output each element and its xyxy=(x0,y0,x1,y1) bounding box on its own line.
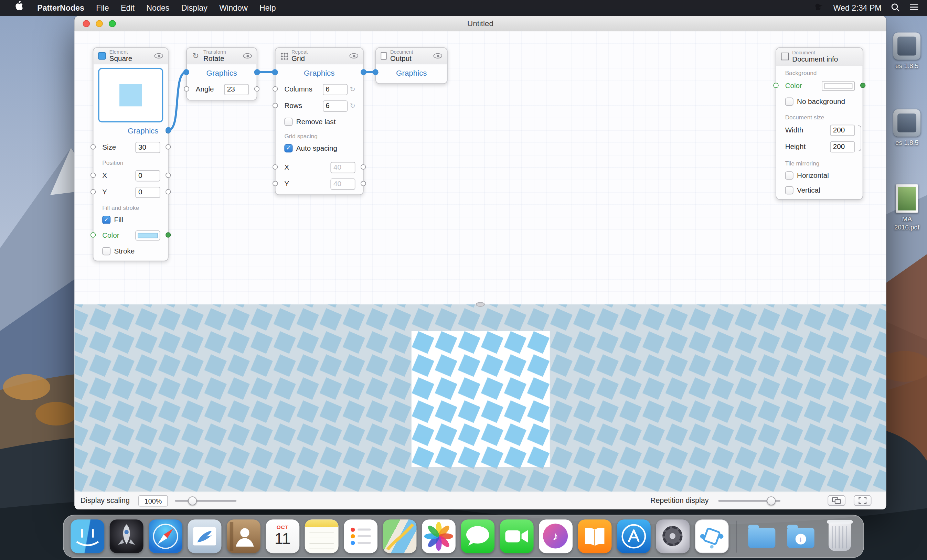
menu-window[interactable]: Window xyxy=(213,0,254,16)
auto-spacing-checkbox[interactable] xyxy=(284,144,292,152)
notification-center-icon[interactable] xyxy=(909,3,918,13)
dock-icon-mail[interactable] xyxy=(187,519,221,553)
port-x-spacing-input[interactable] xyxy=(272,164,278,170)
desktop-icon-1[interactable]: es 1.8.5 xyxy=(888,32,926,70)
node-square-header[interactable]: Element Square xyxy=(93,48,167,64)
y-input[interactable]: 0 xyxy=(135,187,160,198)
no-background-checkbox[interactable] xyxy=(785,97,793,106)
status-menu-icon[interactable] xyxy=(814,2,824,14)
tile-view-button[interactable] xyxy=(828,495,845,506)
dock-icon-ibooks[interactable] xyxy=(578,519,611,553)
y-spacing-input[interactable]: 40 xyxy=(330,178,355,190)
spotlight-icon[interactable] xyxy=(891,3,900,14)
port-y-spacing-output[interactable] xyxy=(361,181,366,186)
menu-help[interactable]: Help xyxy=(254,0,282,16)
menu-clock[interactable]: Wed 2:34 PM xyxy=(833,3,881,12)
menu-display[interactable]: Display xyxy=(175,0,213,16)
dock-icon-reminders[interactable] xyxy=(344,519,377,553)
dock-icon-contacts[interactable] xyxy=(227,519,260,553)
dock-icon-app-store[interactable] xyxy=(617,519,651,553)
desktop-icon-2[interactable]: es 1.8.5 xyxy=(888,109,926,147)
node-output[interactable]: Document Output Graphics xyxy=(375,47,448,84)
rows-input[interactable]: 6 xyxy=(323,100,348,111)
node-grid[interactable]: Repeat Grid Graphics Columns6↻ Rows6↻ Re… xyxy=(275,47,364,195)
display-scaling-slider[interactable] xyxy=(175,496,237,505)
dock-icon-trash[interactable] xyxy=(823,519,857,553)
port-graphics-input[interactable] xyxy=(184,70,189,75)
port-background-color-input[interactable] xyxy=(773,83,778,88)
port-color-input[interactable] xyxy=(91,232,96,237)
dock-icon-maps[interactable] xyxy=(383,519,416,553)
dock-icon-photos[interactable] xyxy=(422,519,456,553)
port-x-input[interactable] xyxy=(91,173,96,178)
stroke-checkbox[interactable] xyxy=(102,247,111,255)
dock-icon-itunes[interactable]: ♪ xyxy=(539,519,573,553)
port-x-spacing-output[interactable] xyxy=(361,164,366,170)
dock-icon-messages[interactable] xyxy=(461,519,494,553)
port-y-spacing-input[interactable] xyxy=(272,181,278,186)
slider-knob[interactable] xyxy=(767,496,776,505)
node-editor-canvas[interactable]: Element Square Graphics Size30 Position … xyxy=(74,31,886,304)
eye-icon[interactable] xyxy=(349,53,358,58)
port-y-output[interactable] xyxy=(166,189,171,194)
dock-icon-safari[interactable] xyxy=(149,519,182,553)
dock-icon-patternodes[interactable] xyxy=(695,519,729,553)
port-color-output[interactable] xyxy=(166,232,171,237)
fit-view-button[interactable] xyxy=(854,495,872,506)
dock-icon-launchpad[interactable] xyxy=(110,519,143,553)
desktop-icon-3[interactable]: МА 2016.pdf xyxy=(888,184,926,232)
port-angle-output[interactable] xyxy=(254,87,260,91)
dock-icon-finder[interactable] xyxy=(70,519,104,553)
randomize-icon[interactable]: ↻ xyxy=(350,103,356,109)
menu-file[interactable]: File xyxy=(90,0,115,16)
eye-icon[interactable] xyxy=(243,53,252,58)
title-bar[interactable]: Untitled xyxy=(74,16,886,32)
size-input[interactable]: 30 xyxy=(135,141,160,153)
panel-document-info[interactable]: Document Document info Background Color … xyxy=(776,47,863,199)
port-graphics-input[interactable] xyxy=(272,70,278,75)
angle-input[interactable]: 23 xyxy=(224,83,249,95)
fill-color-swatch[interactable] xyxy=(135,230,160,240)
port-size-output[interactable] xyxy=(166,144,171,149)
port-rows-input[interactable] xyxy=(272,103,278,108)
pattern-preview[interactable] xyxy=(74,304,886,492)
repetition-display-slider[interactable] xyxy=(719,496,780,505)
columns-input[interactable]: 6 xyxy=(323,83,348,95)
vertical-mirror-checkbox[interactable] xyxy=(785,186,793,194)
width-input[interactable]: 200 xyxy=(830,124,855,136)
height-input[interactable]: 200 xyxy=(830,141,855,152)
display-scaling-value[interactable]: 100% xyxy=(138,495,168,507)
dock-icon-calendar[interactable]: OCT 11 xyxy=(266,519,299,553)
port-graphics-output[interactable] xyxy=(254,70,260,75)
menu-app-name[interactable]: PatterNodes xyxy=(31,0,90,16)
horizontal-mirror-checkbox[interactable] xyxy=(785,171,793,179)
port-graphics-input[interactable] xyxy=(373,70,378,75)
port-graphics-output[interactable] xyxy=(361,70,366,75)
port-graphics-output[interactable] xyxy=(166,128,171,134)
node-rotate-header[interactable]: ↻ Transform Rotate xyxy=(187,48,257,64)
node-rotate[interactable]: ↻ Transform Rotate Graphics Angle23 xyxy=(186,47,257,100)
port-columns-input[interactable] xyxy=(272,87,278,91)
width-height-link-icon[interactable] xyxy=(858,125,861,151)
menu-nodes[interactable]: Nodes xyxy=(140,0,175,16)
node-square[interactable]: Element Square Graphics Size30 Position … xyxy=(93,47,169,261)
node-grid-header[interactable]: Repeat Grid xyxy=(276,48,363,64)
x-input[interactable]: 0 xyxy=(135,170,160,181)
eye-icon[interactable] xyxy=(433,53,442,58)
splitter-handle[interactable] xyxy=(476,302,485,307)
x-spacing-input[interactable]: 40 xyxy=(330,162,355,173)
slider-knob[interactable] xyxy=(188,496,197,505)
port-background-color-output[interactable] xyxy=(860,83,865,88)
randomize-icon[interactable]: ↻ xyxy=(350,86,356,93)
dock-icon-facetime[interactable] xyxy=(500,519,534,553)
dock-icon-downloads[interactable]: ↓ xyxy=(784,519,817,553)
document-info-header[interactable]: Document Document info xyxy=(776,48,863,66)
port-x-output[interactable] xyxy=(166,173,171,178)
dock-icon-folder[interactable] xyxy=(745,519,778,553)
dock-icon-system-preferences[interactable] xyxy=(656,519,690,553)
fill-checkbox[interactable] xyxy=(102,216,111,224)
dock-icon-notes[interactable] xyxy=(305,519,339,553)
remove-last-checkbox[interactable] xyxy=(284,117,292,126)
background-color-swatch[interactable] xyxy=(822,81,855,91)
node-output-header[interactable]: Document Output xyxy=(376,48,447,64)
